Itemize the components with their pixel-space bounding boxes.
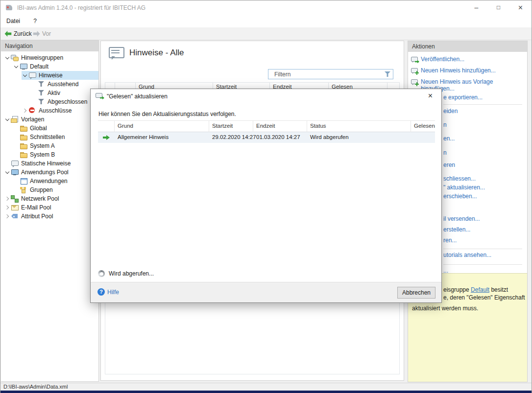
chevron-collapsed-icon[interactable]	[4, 204, 11, 211]
tree-item-aktiv[interactable]: Aktiv	[30, 89, 98, 97]
column-header-startzeit[interactable]: Startzeit	[209, 121, 253, 132]
tree-item-vorlagen[interactable]: Vorlagen	[4, 115, 98, 124]
network-pool-icon	[11, 195, 19, 203]
chevron-spacer	[30, 98, 37, 105]
group-default-icon	[20, 63, 27, 70]
tree-item-global[interactable]: Global	[13, 124, 98, 133]
table-row[interactable]: Allgemeiner Hinweis 29.02.2020 14:27 01.…	[98, 132, 435, 143]
chevron-collapsed-icon[interactable]	[22, 107, 28, 114]
separator	[443, 104, 522, 105]
window-title: IBI-aws Admin 1.24.0 - registriert für I…	[17, 0, 145, 16]
cancel-button[interactable]: Abbrechen	[397, 287, 435, 299]
tree-item-schnittstellen[interactable]: Schnittstellen	[13, 133, 98, 141]
chevron-expanded-icon[interactable]	[4, 116, 11, 123]
tree-item-ausschluesse[interactable]: Ausschlüsse	[22, 106, 98, 115]
chevron-expanded-icon[interactable]	[13, 63, 20, 70]
action-link-fragment[interactable]: erschieben...	[443, 193, 477, 200]
chevron-spacer	[13, 178, 20, 185]
action-link-fragment[interactable]: n	[443, 149, 447, 156]
chevron-collapsed-icon[interactable]	[4, 213, 11, 220]
help-link[interactable]: ? Hilfe	[97, 288, 119, 296]
back-label: Zurück	[14, 30, 32, 37]
chevron-expanded-icon[interactable]	[22, 72, 28, 79]
cell-endzeit: 01.03.2020 14:27	[253, 132, 307, 143]
action-neuen-hinweis-hinzufuegen[interactable]: Neuen Hinweis hinzufügen...	[411, 67, 525, 75]
info-line: e, deren "Gelesen" Eigenschaft	[443, 294, 525, 301]
action-link-fragment[interactable]: n	[443, 121, 447, 128]
dialog-table-header: Grund Startzeit Endzeit Status Gelesen	[98, 120, 435, 132]
cell-startzeit: 29.02.2020 14:27	[209, 132, 253, 143]
minimize-button[interactable]: –	[465, 0, 487, 16]
tree-item-abgeschlossen[interactable]: Abgeschlossen	[30, 97, 98, 106]
column-header-endzeit[interactable]: Endzeit	[253, 121, 307, 132]
tree-item-system-b[interactable]: System B	[13, 150, 98, 159]
folder-icon	[20, 133, 27, 141]
tree-item-hinweise[interactable]: Hinweise	[22, 71, 98, 80]
action-link-fragment[interactable]: schliessen...	[443, 175, 476, 182]
tree-item-system-a[interactable]: System A	[13, 141, 98, 150]
tree-item-hinweisgruppen[interactable]: Hinweisgruppen	[4, 53, 98, 62]
chevron-expanded-icon[interactable]	[4, 54, 11, 61]
plus-icon	[415, 71, 419, 75]
menu-datei[interactable]: Datei	[0, 16, 26, 26]
tree-item-statische-hinweise[interactable]: Statische Hinweise	[4, 159, 98, 168]
close-button[interactable]: ×	[509, 0, 532, 16]
tree-item-gruppen[interactable]: Gruppen	[13, 185, 98, 194]
help-label: Hilfe	[107, 289, 119, 296]
action-veroeffentlichen[interactable]: Veröffentlichen...	[411, 56, 525, 64]
menubar: Datei ?	[0, 16, 532, 27]
notices-icon	[109, 47, 124, 61]
maximize-button[interactable]: □	[487, 0, 509, 16]
menu-help[interactable]: ?	[27, 16, 43, 26]
tree-item-ausstehend[interactable]: Ausstehend	[30, 80, 98, 89]
filter-funnel-icon	[37, 98, 45, 106]
titlebar: IBI-aws Admin 1.24.0 - registriert für I…	[0, 0, 532, 16]
column-header-grund[interactable]: Grund	[115, 121, 209, 132]
action-link-fragment[interactable]: ren...	[443, 237, 457, 244]
action-link-fragment[interactable]: utorials ansehen...	[443, 252, 491, 258]
action-link-fragment[interactable]: erstellen...	[443, 226, 470, 233]
notice-icon	[28, 71, 36, 79]
action-link-fragment[interactable]: il versenden...	[443, 215, 480, 222]
tree-item-anwendungs-pool[interactable]: Anwendungs Pool	[4, 168, 98, 177]
dialog-close-button[interactable]: ×	[419, 89, 441, 103]
page-title: Hinweise - Alle	[129, 48, 184, 58]
publish-icon	[411, 56, 418, 64]
action-link-fragment[interactable]: eiden	[443, 108, 458, 115]
tree-item-netzwerk-pool[interactable]: Netzwerk Pool	[4, 194, 98, 203]
action-link-fragment[interactable]: e exportieren...	[443, 94, 483, 101]
tree-item-email-pool[interactable]: E-Mail Pool	[4, 203, 98, 212]
folder-icon	[20, 151, 27, 159]
info-line: aktualisiert werden muss.	[412, 305, 478, 312]
progress-status-text: Wird abgerufen...	[109, 270, 154, 277]
navigation-panel: Navigation Hinweisgruppen Default Hinwei…	[1, 40, 99, 382]
column-header-status[interactable]: Status	[307, 121, 411, 132]
forward-arrow-icon	[33, 30, 40, 38]
forward-button[interactable]: Vor	[33, 29, 51, 38]
dialog-table: Grund Startzeit Endzeit Status Gelesen A…	[98, 120, 435, 143]
plus-icon	[415, 82, 419, 86]
info-line: eisgruppe Default besitzt	[443, 286, 508, 293]
chevron-collapsed-icon[interactable]	[4, 195, 11, 202]
tree-item-default[interactable]: Default	[13, 62, 98, 71]
toolbar: Zurück Vor	[0, 27, 532, 40]
column-header-gelesen[interactable]: Gelesen	[411, 121, 435, 132]
action-link-fragment[interactable]: eren	[443, 162, 455, 168]
back-button[interactable]: Zurück	[4, 29, 32, 38]
default-group-link[interactable]: Default	[471, 286, 489, 293]
dialog-progress-status: Wird abgerufen...	[98, 270, 154, 277]
filter-input[interactable]	[268, 69, 393, 79]
tree-item-attribut-pool[interactable]: Attribut Pool	[4, 212, 98, 221]
filter-funnel-icon	[37, 89, 45, 97]
actions-header: Aktionen	[408, 41, 527, 52]
dialog-title: "Gelesen" aktualisieren	[107, 93, 168, 100]
attribute-pool-icon	[11, 212, 19, 220]
add-notice-from-template-icon	[411, 79, 418, 86]
action-link-fragment[interactable]: " aktualisieren...	[443, 184, 485, 191]
separator	[443, 264, 522, 265]
separator	[443, 249, 522, 249]
action-link-fragment[interactable]: en...	[443, 135, 455, 142]
chevron-expanded-icon[interactable]	[4, 169, 11, 176]
chevron-spacer	[13, 186, 20, 193]
tree-item-anwendungen[interactable]: Anwendungen	[13, 177, 98, 185]
